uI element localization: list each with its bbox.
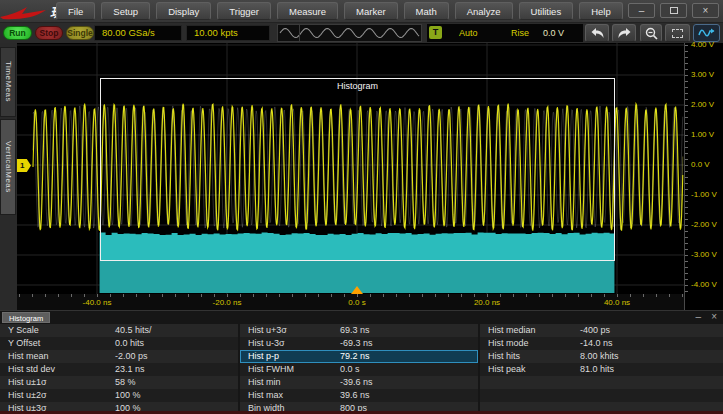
trigger-slope: Rise: [511, 28, 529, 38]
result-label: Hist max: [248, 389, 283, 402]
result-label: Hist u-3σ: [248, 337, 285, 350]
result-label: Hist std dev: [8, 363, 55, 376]
result-row-empty: [480, 376, 723, 389]
menu-trigger[interactable]: Trigger: [217, 2, 271, 20]
run-button[interactable]: Run: [3, 26, 32, 40]
results-tab-histogram[interactable]: Histogram: [2, 312, 50, 323]
tab-timemeas[interactable]: TimeMeas: [0, 47, 16, 117]
result-row-hist-u1sigma[interactable]: Hist u±1σ 58 %: [0, 376, 238, 389]
result-row-hist-median[interactable]: Hist median -400 ps: [480, 324, 723, 337]
y-tick-label: 4.00 V: [691, 40, 714, 49]
result-row-hist-pp-selected[interactable]: Hist p-p 79.2 ns: [240, 350, 478, 363]
x-tick-label: -20.0 ns: [213, 298, 242, 307]
y-axis: 4.00 V 3.00 V 2.00 V 1.00 V 0.0 V -1.00 …: [684, 43, 723, 310]
result-value: 40.5 hits/: [115, 324, 152, 337]
panel-close-button[interactable]: ×: [711, 311, 717, 322]
histogram-results-panel: Histogram – × Y Scale 40.5 hits/ Y Offse…: [0, 310, 723, 414]
result-row-hist-uminus3sigma[interactable]: Hist u-3σ -69.3 ns: [240, 337, 478, 350]
result-value: 58 %: [115, 376, 136, 389]
result-row-hist-mode[interactable]: Hist mode -14.0 ns: [480, 337, 723, 350]
histogram-region-label: Histogram: [101, 81, 614, 91]
acquisition-toolbar: Run Stop Single 80.00 GSa/s 10.00 kpts T…: [0, 23, 723, 43]
waveform-display[interactable]: Histogram 1: [17, 43, 684, 294]
redo-icon: [617, 27, 632, 39]
window-controls: – ×: [628, 3, 719, 18]
x-tick-label: -40.0 ns: [83, 298, 112, 307]
result-row-hist-max[interactable]: Hist max 39.6 ns: [240, 389, 478, 402]
measure-sidebar: TimeMeas VerticalMeas: [0, 43, 17, 310]
results-column-1: Y Scale 40.5 hits/ Y Offset 0.0 hits His…: [0, 324, 238, 414]
result-row-hist-peak[interactable]: Hist peak 81.0 hits: [480, 363, 723, 376]
result-value: -14.0 ns: [580, 337, 613, 350]
single-button[interactable]: Single: [66, 26, 94, 40]
y-tick-label: -3.00 V: [691, 250, 717, 259]
x-axis: -40.0 ns -20.0 ns 0.0 s 20.0 ns 40.0 ns: [17, 294, 684, 310]
undo-button[interactable]: [585, 24, 609, 42]
result-value: 79.2 ns: [340, 350, 370, 363]
tab-verticalmeas[interactable]: VerticalMeas: [0, 119, 16, 215]
result-value: 69.3 ns: [340, 324, 370, 337]
oscilloscope-app: 玖锦 File Setup Display Trigger Measure Ma…: [0, 0, 723, 414]
result-value: -69.3 ns: [340, 337, 373, 350]
titlebar: 玖锦 File Setup Display Trigger Measure Ma…: [0, 0, 723, 23]
result-row-hist-fwhm[interactable]: Hist FWHM 0.0 s: [240, 363, 478, 376]
result-value: 0.0 s: [340, 363, 360, 376]
x-tick-label: 40.0 ns: [604, 298, 630, 307]
trigger-mode: Auto: [459, 28, 478, 38]
selection-rect-icon: [672, 29, 683, 38]
results-column-2: Hist u+3σ 69.3 ns Hist u-3σ -69.3 ns His…: [240, 324, 478, 414]
result-row-empty: [480, 389, 723, 402]
result-value: 81.0 hits: [580, 363, 614, 376]
blue-waveform-icon: [698, 27, 715, 39]
result-label: Hist min: [248, 376, 281, 389]
menu-math[interactable]: Math: [404, 2, 449, 20]
result-label: Hist u±2σ: [8, 389, 47, 402]
x-axis-ticks: [17, 294, 684, 297]
y-tick-label: 2.00 V: [691, 100, 714, 109]
record-length-readout[interactable]: 10.00 kpts: [186, 25, 270, 41]
result-row-hist-uplus3sigma[interactable]: Hist u+3σ 69.3 ns: [240, 324, 478, 337]
magnifier-minus-icon: [645, 27, 658, 40]
result-row-hist-stddev[interactable]: Hist std dev 23.1 ns: [0, 363, 238, 376]
trigger-source-badge: T: [429, 26, 442, 39]
result-row-hist-u2sigma[interactable]: Hist u±2σ 100 %: [0, 389, 238, 402]
zoom-select-button[interactable]: [665, 24, 690, 42]
menu-setup[interactable]: Setup: [101, 2, 150, 20]
result-value: -39.6 ns: [340, 376, 373, 389]
y-tick-label: -1.00 V: [691, 190, 717, 199]
result-row-yoffset[interactable]: Y Offset 0.0 hits: [0, 337, 238, 350]
y-tick-label: 0.0 V: [691, 160, 710, 169]
result-value: 100 %: [115, 389, 141, 402]
result-label: Hist u+3σ: [248, 324, 287, 337]
menu-measure[interactable]: Measure: [277, 2, 338, 20]
sample-rate-readout[interactable]: 80.00 GSa/s: [94, 25, 182, 41]
waveform-preview[interactable]: [277, 24, 422, 42]
close-button[interactable]: ×: [692, 3, 719, 18]
menu-display[interactable]: Display: [156, 2, 211, 20]
trigger-position-marker[interactable]: [351, 286, 363, 294]
result-value: 23.1 ns: [115, 363, 145, 376]
zoom-out-button[interactable]: [640, 24, 662, 42]
maximize-button[interactable]: [660, 3, 687, 18]
menu-analyze[interactable]: Analyze: [455, 2, 513, 20]
minimize-button[interactable]: –: [628, 3, 655, 18]
y-tick-label: 1.00 V: [691, 130, 714, 139]
panel-minimize-button[interactable]: –: [695, 311, 701, 322]
result-row-hist-hits[interactable]: Hist hits 8.00 khits: [480, 350, 723, 363]
result-value: 39.6 ns: [340, 389, 370, 402]
result-label: Hist FWHM: [248, 363, 294, 376]
result-row-hist-min[interactable]: Hist min -39.6 ns: [240, 376, 478, 389]
result-label: Hist mean: [8, 350, 49, 363]
stop-button[interactable]: Stop: [35, 26, 63, 40]
trigger-status-panel[interactable]: T Auto Rise 0.0 V: [427, 24, 583, 42]
result-label: Hist p-p: [248, 350, 279, 363]
menu-help[interactable]: Help: [579, 2, 623, 20]
preview-divider: [299, 25, 300, 41]
result-row-hist-mean[interactable]: Hist mean -2.00 ps: [0, 350, 238, 363]
menu-file[interactable]: File: [56, 2, 95, 20]
result-row-yscale[interactable]: Y Scale 40.5 hits/: [0, 324, 238, 337]
redo-button[interactable]: [612, 24, 636, 42]
histogram-region-box[interactable]: Histogram: [100, 78, 615, 261]
menu-utilities[interactable]: Utilities: [519, 2, 574, 20]
menu-marker[interactable]: Marker: [344, 2, 398, 20]
